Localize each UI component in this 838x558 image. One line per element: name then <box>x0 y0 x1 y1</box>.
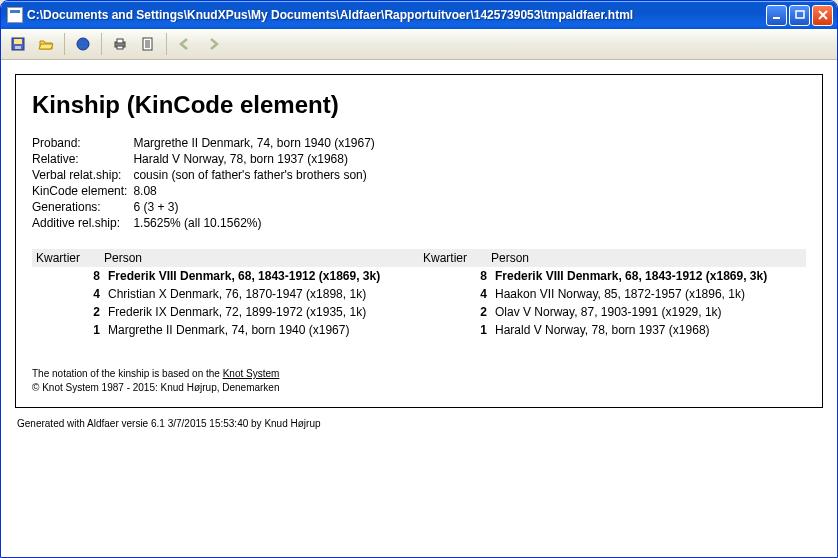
kwartier-left-column: Kwartier Person 8Frederik VIII Denmark, … <box>32 249 419 339</box>
report-box: Kinship (KinCode element) Proband: Margr… <box>15 74 823 408</box>
window-controls <box>766 5 833 26</box>
footnote: The notation of the kinship is based on … <box>32 367 806 395</box>
maximize-icon <box>794 9 806 21</box>
generated-line: Generated with Aldfaer versie 6.1 3/7/20… <box>17 418 821 429</box>
kwartier-header: Kwartier Person <box>32 249 419 267</box>
kwartier-person: Frederik VIII Denmark, 68, 1843-1912 (x1… <box>108 269 419 283</box>
svg-rect-1 <box>796 11 804 18</box>
info-row-relative: Relative: Harald V Norway, 78, born 1937… <box>32 151 383 167</box>
app-icon <box>7 7 23 23</box>
save-icon <box>10 36 26 52</box>
info-table: Proband: Margrethe II Denmark, 74, born … <box>32 135 383 231</box>
svg-rect-10 <box>117 39 123 43</box>
label-generations: Generations: <box>32 199 133 215</box>
footnote-text: The notation of the kinship is based on … <box>32 368 223 379</box>
globe-button[interactable] <box>70 31 96 57</box>
close-icon <box>817 9 829 21</box>
kwartier-number: 1 <box>32 323 108 337</box>
kwartier-number: 4 <box>419 287 495 301</box>
page-title: Kinship (KinCode element) <box>32 91 806 119</box>
value-additive: 1.5625% (all 10.1562%) <box>133 215 382 231</box>
open-folder-icon <box>38 36 54 52</box>
app-window: C:\Documents and Settings\KnudXPus\My Do… <box>0 0 838 558</box>
info-row-verbal: Verbal relat.ship: cousin (son of father… <box>32 167 383 183</box>
page-setup-button[interactable] <box>135 31 161 57</box>
kwartier-person: Frederik VIII Denmark, 68, 1843-1912 (x1… <box>495 269 806 283</box>
svg-rect-6 <box>14 39 22 44</box>
kwartier-number: 8 <box>419 269 495 283</box>
kwartier-row: 4Christian X Denmark, 76, 1870-1947 (x18… <box>32 285 419 303</box>
kwartier-row: 8Frederik VIII Denmark, 68, 1843-1912 (x… <box>419 267 806 285</box>
toolbar-separator <box>64 33 65 55</box>
kwartier-row: 2Frederik IX Denmark, 72, 1899-1972 (x19… <box>32 303 419 321</box>
save-button[interactable] <box>5 31 31 57</box>
value-verbal: cousin (son of father's father's brother… <box>133 167 382 183</box>
kwartier-row: 2Olav V Norway, 87, 1903-1991 (x1929, 1k… <box>419 303 806 321</box>
kwartier-person: Frederik IX Denmark, 72, 1899-1972 (x193… <box>108 305 419 319</box>
label-relative: Relative: <box>32 151 133 167</box>
info-row-kincode: KinCode element: 8.08 <box>32 183 383 199</box>
label-additive: Additive rel.ship: <box>32 215 133 231</box>
open-button[interactable] <box>33 31 59 57</box>
label-kincode: KinCode element: <box>32 183 133 199</box>
label-proband: Proband: <box>32 135 133 151</box>
header-person: Person <box>491 251 529 265</box>
minimize-icon <box>771 9 783 21</box>
header-kwartier: Kwartier <box>32 251 104 265</box>
kwartier-person: Olav V Norway, 87, 1903-1991 (x1929, 1k) <box>495 305 806 319</box>
content-area: Kinship (KinCode element) Proband: Margr… <box>1 60 837 557</box>
kwartier-row: 1Harald V Norway, 78, born 1937 (x1968) <box>419 321 806 339</box>
label-verbal: Verbal relat.ship: <box>32 167 133 183</box>
window-title: C:\Documents and Settings\KnudXPus\My Do… <box>27 8 766 22</box>
value-generations: 6 (3 + 3) <box>133 199 382 215</box>
toolbar-separator <box>166 33 167 55</box>
kwartier-number: 4 <box>32 287 108 301</box>
minimize-button[interactable] <box>766 5 787 26</box>
svg-rect-12 <box>143 38 152 50</box>
info-row-generations: Generations: 6 (3 + 3) <box>32 199 383 215</box>
kwartier-person: Margrethe II Denmark, 74, born 1940 (x19… <box>108 323 419 337</box>
kwartier-number: 2 <box>32 305 108 319</box>
value-kincode: 8.08 <box>133 183 382 199</box>
header-person: Person <box>104 251 142 265</box>
info-row-additive: Additive rel.ship: 1.5625% (all 10.1562%… <box>32 215 383 231</box>
kwartier-right-column: Kwartier Person 8Frederik VIII Denmark, … <box>419 249 806 339</box>
kwartier-row: 1Margrethe II Denmark, 74, born 1940 (x1… <box>32 321 419 339</box>
kwartier-person: Christian X Denmark, 76, 1870-1947 (x189… <box>108 287 419 301</box>
page: Kinship (KinCode element) Proband: Margr… <box>15 74 823 443</box>
kwartier-person: Haakon VII Norway, 85, 1872-1957 (x1896,… <box>495 287 806 301</box>
header-kwartier: Kwartier <box>419 251 491 265</box>
info-row-proband: Proband: Margrethe II Denmark, 74, born … <box>32 135 383 151</box>
close-button[interactable] <box>812 5 833 26</box>
kwartier-person: Harald V Norway, 78, born 1937 (x1968) <box>495 323 806 337</box>
page-icon <box>140 36 156 52</box>
arrow-right-icon <box>205 36 221 52</box>
kwartier-row: 8Frederik VIII Denmark, 68, 1843-1912 (x… <box>32 267 419 285</box>
globe-icon <box>75 36 91 52</box>
kwartier-table: Kwartier Person 8Frederik VIII Denmark, … <box>32 249 806 339</box>
copyright: © Knot System 1987 - 2015: Knud Højrup, … <box>32 382 280 393</box>
kwartier-number: 1 <box>419 323 495 337</box>
maximize-button[interactable] <box>789 5 810 26</box>
forward-button[interactable] <box>200 31 226 57</box>
svg-rect-11 <box>117 46 123 49</box>
kwartier-number: 2 <box>419 305 495 319</box>
arrow-left-icon <box>177 36 193 52</box>
value-proband: Margrethe II Denmark, 74, born 1940 (x19… <box>133 135 382 151</box>
back-button[interactable] <box>172 31 198 57</box>
toolbar-separator <box>101 33 102 55</box>
knot-system-link[interactable]: Knot System <box>223 368 280 379</box>
value-relative: Harald V Norway, 78, born 1937 (x1968) <box>133 151 382 167</box>
kwartier-header: Kwartier Person <box>419 249 806 267</box>
svg-rect-4 <box>15 46 21 49</box>
print-button[interactable] <box>107 31 133 57</box>
print-icon <box>112 36 128 52</box>
kwartier-row: 4Haakon VII Norway, 85, 1872-1957 (x1896… <box>419 285 806 303</box>
svg-rect-0 <box>773 17 780 19</box>
titlebar: C:\Documents and Settings\KnudXPus\My Do… <box>1 1 837 29</box>
kwartier-number: 8 <box>32 269 108 283</box>
svg-point-8 <box>77 38 89 50</box>
toolbar <box>1 29 837 60</box>
